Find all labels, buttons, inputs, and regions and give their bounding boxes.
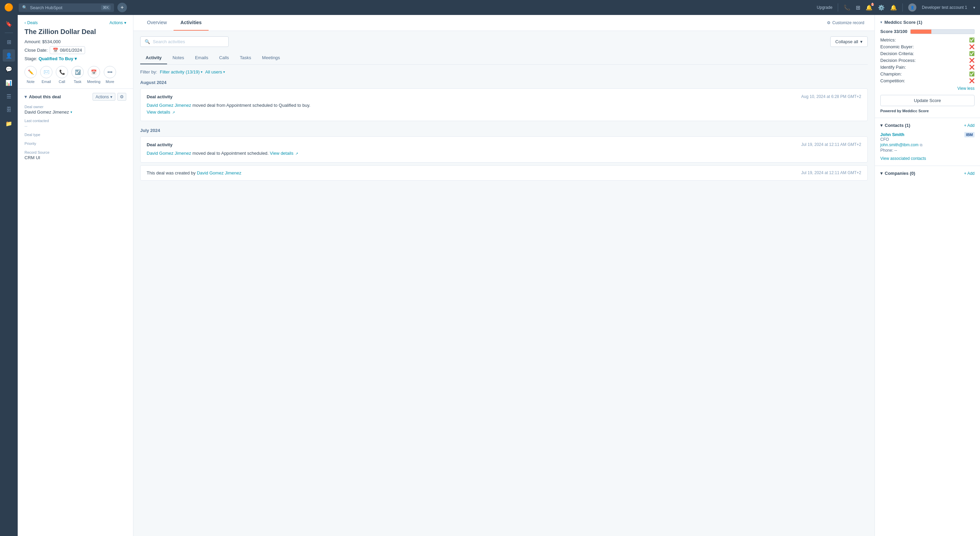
settings-icon[interactable]: ⚙️ xyxy=(878,5,885,11)
collapse-all-button[interactable]: Collapse all ▾ xyxy=(830,36,868,47)
activity-sub-tabs: Activity Notes Emails Calls Tasks Meetin… xyxy=(140,52,868,65)
about-actions-button[interactable]: Actions ▾ xyxy=(92,93,115,101)
deal-owner-field: Deal owner David Gomez Jimenez ▾ xyxy=(24,105,126,115)
filter-activity-link[interactable]: Filter activity (13/19) ▾ xyxy=(160,70,202,75)
calls-icon[interactable]: 📞 xyxy=(843,5,850,11)
tab-overview[interactable]: Overview xyxy=(140,15,173,31)
hubspot-logo[interactable]: 🟠 xyxy=(4,3,13,12)
tab-emails[interactable]: Emails xyxy=(189,52,214,64)
notifications-icon[interactable]: 🔔1 xyxy=(865,5,872,11)
account-label[interactable]: Developer test account 1 xyxy=(922,5,967,10)
tab-tasks[interactable]: Tasks xyxy=(234,52,256,64)
deal-actions-button[interactable]: Actions ▾ xyxy=(110,21,126,25)
tab-notes[interactable]: Notes xyxy=(167,52,189,64)
about-title: ▾ About this deal xyxy=(24,94,61,99)
criteria-identify-pain: Identify Pain: ❌ xyxy=(880,65,975,70)
activity-card-title-2: Deal activity xyxy=(147,142,172,147)
meddicc-section: ▾ Meddicc Score (1) Score 33/100 Metrics… xyxy=(875,15,980,118)
activity-actor-link-2[interactable]: David Gomez Jimenez xyxy=(147,151,191,156)
tab-meetings[interactable]: Meetings xyxy=(256,52,285,64)
deal-amount: Amount: $534,000 xyxy=(24,39,126,44)
update-score-button[interactable]: Update Score xyxy=(880,95,975,106)
identify-pain-status-icon: ❌ xyxy=(969,65,975,70)
deals-breadcrumb[interactable]: ‹ Deals xyxy=(24,21,38,25)
sidebar-item-bookmarks[interactable]: 🔖 xyxy=(3,18,15,30)
more-action[interactable]: ••• More xyxy=(104,66,116,84)
view-details-link-2[interactable]: View details ↗ xyxy=(270,151,298,156)
back-chevron-icon: ‹ xyxy=(24,21,26,25)
user-avatar[interactable]: 👤 xyxy=(908,3,916,11)
sidebar-item-reports[interactable]: 📊 xyxy=(3,76,15,89)
add-contact-link[interactable]: + Add xyxy=(964,123,975,128)
contacts-section: ▾ Contacts (1) + Add John Smith CFO IBM xyxy=(875,118,980,166)
deal-title: The Zillion Dollar Deal xyxy=(24,28,126,36)
about-settings-button[interactable]: ⚙ xyxy=(118,93,126,101)
score-container: Score 33/100 xyxy=(880,29,975,34)
sidebar-item-lists[interactable]: ☰ xyxy=(3,90,15,102)
email-action[interactable]: ✉️ Email xyxy=(40,66,52,84)
add-company-link[interactable]: + Add xyxy=(964,171,975,176)
customize-record-button[interactable]: ⚙ Customize record xyxy=(827,21,864,25)
center-panel: Overview Activities ⚙ Customize record 🔍 xyxy=(134,15,875,536)
criteria-champion: Champion: ✅ xyxy=(880,71,975,76)
priority-field: Priority xyxy=(24,141,126,146)
deal-created-time: Jul 19, 2024 at 12:11 AM GMT+2 xyxy=(801,170,861,175)
actions-chevron-icon: ▾ xyxy=(124,21,126,25)
sidebar-item-files[interactable]: 📁 xyxy=(3,117,15,130)
contact-role: CFO xyxy=(880,137,904,142)
collapse-chevron-icon: ▾ xyxy=(860,39,862,44)
tab-calls[interactable]: Calls xyxy=(214,52,234,64)
external-link-icon: ↗ xyxy=(172,111,175,114)
tab-activity[interactable]: Activity xyxy=(140,52,167,64)
sidebar-item-dashboard[interactable]: ⊞ xyxy=(3,36,15,48)
close-date-picker[interactable]: 📅 08/01/2024 xyxy=(50,46,85,54)
contact-email[interactable]: john.smith@ibm.com xyxy=(880,143,918,147)
create-button[interactable]: + xyxy=(118,3,127,12)
view-associated-contacts-link[interactable]: View associated contacts xyxy=(880,156,975,161)
task-action[interactable]: ☑️ Task xyxy=(72,66,84,84)
decision-process-status-icon: ❌ xyxy=(969,58,975,63)
deal-close-date-row: Close Date: 📅 08/01/2024 xyxy=(24,46,126,54)
view-details-link-1[interactable]: View details ↗ xyxy=(147,109,175,115)
search-activities-input[interactable]: 🔍 Search activities xyxy=(140,36,229,47)
help-icon[interactable]: 🔔 xyxy=(890,5,897,11)
contact-name[interactable]: John Smith xyxy=(880,132,904,137)
deal-created-card: This deal was created by David Gomez Jim… xyxy=(140,165,868,181)
call-action[interactable]: 📞 Call xyxy=(56,66,68,84)
note-action[interactable]: ✏️ Note xyxy=(24,66,37,84)
upgrade-button[interactable]: Upgrade xyxy=(817,5,832,10)
sidebar-item-conversations[interactable]: 💬 xyxy=(3,63,15,75)
meddicc-chevron-icon[interactable]: ▾ xyxy=(880,20,882,24)
about-chevron-icon[interactable]: ▾ xyxy=(24,94,27,99)
july-label: July 2024 xyxy=(140,128,868,133)
global-search[interactable]: 🔍 Search HubSpot ⌘K xyxy=(19,3,114,12)
apps-icon[interactable]: ⊞ xyxy=(856,5,860,11)
contacts-chevron-icon[interactable]: ▾ xyxy=(880,123,883,128)
tab-activities[interactable]: Activities xyxy=(173,15,208,31)
powered-by: Powered by Meddicc Score xyxy=(880,109,975,113)
activity-card-body-2: David Gomez Jimenez moved deal to Appoin… xyxy=(147,150,861,157)
activity-actor-link[interactable]: David Gomez Jimenez xyxy=(147,103,191,108)
owner-dropdown-icon[interactable]: ▾ xyxy=(70,110,72,114)
contact-card: John Smith CFO IBM john.smith@ibm.com ⧉ … xyxy=(880,132,975,153)
stage-chevron-icon: ▾ xyxy=(75,56,77,61)
external-link-icon-2: ↗ xyxy=(295,152,298,155)
activity-card-body: David Gomez Jimenez moved deal from Appo… xyxy=(147,102,861,115)
decision-criteria-status-icon: ✅ xyxy=(969,51,975,56)
about-section: ▾ About this deal Actions ▾ ⚙ Deal owner xyxy=(18,89,133,168)
companies-chevron-icon[interactable]: ▾ xyxy=(880,171,883,176)
account-chevron-icon[interactable]: ▼ xyxy=(972,6,976,10)
metrics-status-icon: ✅ xyxy=(969,37,975,43)
deal-created-actor-link[interactable]: David Gomez Jimenez xyxy=(197,170,241,176)
calendar-icon: 📅 xyxy=(53,48,58,53)
meeting-action[interactable]: 📅 Meeting xyxy=(87,66,100,84)
sidebar-item-contacts[interactable]: 👤 xyxy=(3,49,15,62)
view-less-link[interactable]: View less xyxy=(880,86,975,91)
copy-email-icon[interactable]: ⧉ xyxy=(920,143,923,147)
activity-controls: 🔍 Search activities Collapse all ▾ xyxy=(140,36,868,47)
sidebar-item-database[interactable]: 🗄 xyxy=(3,104,15,116)
activity-card-2: Deal activity Jul 19, 2024 at 12:11 AM G… xyxy=(140,136,868,163)
settings-icon: ⚙ xyxy=(827,21,830,25)
stage-badge[interactable]: Qualified To Buy ▾ xyxy=(38,56,77,61)
all-users-link[interactable]: All users ▾ xyxy=(205,70,225,75)
